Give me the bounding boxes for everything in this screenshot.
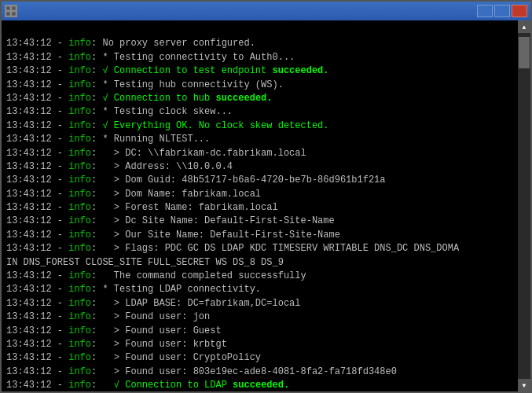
window-icon — [5, 5, 17, 17]
titlebar-left — [5, 5, 17, 17]
scroll-thumb[interactable] — [519, 37, 530, 68]
console-content[interactable]: 13:43:12 - info: No proxy server configu… — [2, 20, 518, 391]
log-line: 13:43:12 - info: > Found user: krbtgt — [6, 338, 513, 351]
log-line: 13:43:12 - info: √ Connection to hub suc… — [6, 92, 513, 105]
titlebar-buttons — [477, 5, 527, 17]
log-line: 13:43:12 - info: No proxy server configu… — [6, 37, 513, 50]
svg-rect-2 — [6, 12, 10, 16]
log-line: 13:43:12 - info: > Found user: jon — [6, 310, 513, 324]
titlebar — [2, 2, 530, 20]
log-lines: 13:43:12 - info: No proxy server configu… — [6, 37, 513, 391]
log-line: 13:43:12 - info: > Dom Name: fabrikam.lo… — [6, 188, 513, 201]
log-line: 13:43:12 - info: √ Connection to test en… — [6, 64, 513, 78]
log-line: 13:43:12 - info: > Flags: PDC GC DS LDAP… — [6, 242, 513, 255]
scroll-track — [518, 33, 530, 379]
log-line: 13:43:12 - info: * Running NLTEST... — [6, 133, 513, 146]
log-line: 13:43:12 - info: > Address: \\10.0.0.4 — [6, 160, 513, 174]
cmd-window: 13:43:12 - info: No proxy server configu… — [0, 0, 532, 393]
blank-line — [6, 24, 513, 37]
log-line: 13:43:12 - info: > Dc Site Name: Default… — [6, 215, 513, 228]
log-line: 13:43:12 - info: √ Connection to LDAP su… — [6, 379, 513, 391]
log-line: 13:43:12 - info: > Found user: 803e19ec-… — [6, 365, 513, 379]
svg-rect-3 — [12, 12, 16, 16]
log-line: 13:43:12 - info: > Found user: Guest — [6, 325, 513, 338]
log-line: 13:43:12 - info: * Testing connectivity … — [6, 51, 513, 64]
console-area: 13:43:12 - info: No proxy server configu… — [2, 20, 530, 391]
log-line: 13:43:12 - info: * Testing clock skew... — [6, 105, 513, 119]
log-line: 13:43:12 - info: The command completed s… — [6, 270, 513, 283]
minimize-button[interactable] — [477, 5, 493, 17]
log-line: 13:43:12 - info: * Testing LDAP connecti… — [6, 283, 513, 296]
log-line: IN DNS_FOREST CLOSE_SITE FULL_SECRET WS … — [6, 256, 513, 270]
close-button[interactable] — [512, 5, 527, 17]
log-line: 13:43:12 - info: > Found user: CryptoPol… — [6, 351, 513, 365]
log-line: 13:43:12 - info: > Our Site Name: Defaul… — [6, 229, 513, 242]
svg-rect-0 — [6, 6, 10, 10]
scroll-up-button[interactable]: ▲ — [518, 20, 530, 33]
log-line: 13:43:12 - info: > LDAP BASE: DC=fabrika… — [6, 297, 513, 310]
scroll-down-button[interactable]: ▼ — [518, 379, 530, 391]
log-line: 13:43:12 - info: > Dom Guid: 48b51717-b6… — [6, 174, 513, 187]
log-line: 13:43:12 - info: * Testing hub connectiv… — [6, 79, 513, 92]
log-line: 13:43:12 - info: > Forest Name: fabrikam… — [6, 201, 513, 215]
log-line: 13:43:12 - info: > DC: \\fabrikam-dc.fab… — [6, 147, 513, 160]
log-line: 13:43:12 - info: √ Everything OK. No clo… — [6, 119, 513, 133]
maximize-button[interactable] — [494, 5, 510, 17]
scrollbar[interactable]: ▲ ▼ — [518, 20, 530, 391]
svg-rect-1 — [12, 6, 16, 10]
